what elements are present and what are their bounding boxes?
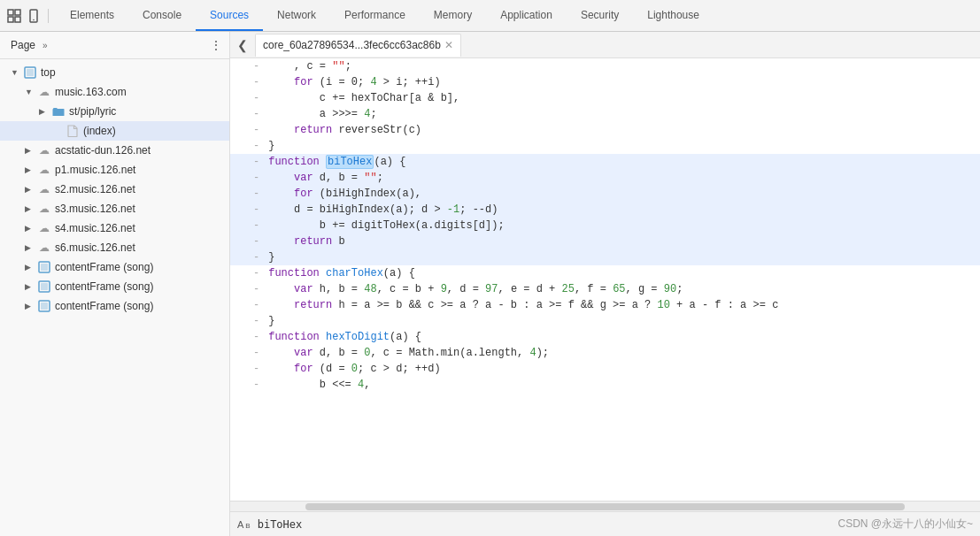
content-pane: ❮ core_60a27896534...3fec6cc63ac86b ✕ - … (230, 32, 980, 536)
svg-rect-7 (27, 69, 34, 76)
line-code: b += digitToHex(a.digits[d]); (265, 218, 980, 234)
svg-rect-9 (41, 264, 48, 271)
tab-application[interactable]: Application (486, 0, 567, 31)
mobile-icon[interactable] (27, 9, 41, 23)
tree-item-label: acstatic-dun.126.net (55, 144, 150, 157)
line-code: return h = a >= b && c >= a ? a - b : a … (265, 297, 980, 313)
line-minus: - (248, 122, 265, 138)
code-line: - return reverseStr(c) (230, 122, 980, 138)
line-minus: - (248, 313, 265, 329)
file-tab-core[interactable]: core_60a27896534...3fec6cc63ac86b ✕ (255, 34, 461, 57)
line-minus: - (248, 90, 265, 106)
line-code: d = biHighIndex(a); d > -1; --d) (265, 202, 980, 218)
expand-arrow-acstatic: ▶ (25, 146, 34, 155)
line-code: var h, b = 48, c = b + 9, d = 97, e = d … (265, 281, 980, 297)
line-code: function biToHex(a) { (265, 154, 980, 170)
line-minus: - (248, 106, 265, 122)
expand-arrow-cf1: ▶ (25, 263, 34, 272)
frame-icon-cf1 (37, 261, 51, 273)
line-minus: - (248, 377, 265, 393)
horizontal-scrollbar[interactable] (230, 501, 980, 511)
tab-sources[interactable]: Sources (196, 0, 263, 31)
line-code: for (biHighIndex(a), (265, 186, 980, 202)
tree-item-s6[interactable]: ▶ ☁ s6.music.126.net (0, 238, 229, 257)
svg-rect-13 (41, 302, 48, 310)
collapse-sidebar-button[interactable]: ❮ (234, 38, 251, 52)
tab-performance[interactable]: Performance (330, 0, 420, 31)
tree-item-top[interactable]: ▼ top (0, 63, 229, 82)
cloud-icon-s4: ☁ (37, 222, 51, 234)
tree-item-label: p1.music.126.net (55, 164, 135, 176)
sidebar-tree: ▼ top ▼ ☁ music.163.com ▶ st/pip/l (0, 59, 229, 536)
code-line: - for (d = 0; c > d; ++d) (230, 361, 980, 377)
tree-item-label: contentFrame (song) (55, 300, 153, 312)
tree-item-label: contentFrame (song) (55, 261, 153, 273)
tab-memory[interactable]: Memory (420, 0, 486, 31)
tree-item-s3[interactable]: ▶ ☁ s3.music.126.net (0, 199, 229, 218)
sidebar-tab-page[interactable]: Page (7, 37, 39, 53)
code-line: - return h = a >= b && c >= a ? a - b : … (230, 297, 980, 313)
line-code: return b (265, 234, 980, 249)
line-code: function hexToDigit(a) { (265, 329, 980, 345)
file-tab-label: core_60a27896534...3fec6cc63ac86b (263, 39, 441, 51)
line-minus: - (248, 186, 265, 202)
tree-item-acstatic[interactable]: ▶ ☁ acstatic-dun.126.net (0, 141, 229, 160)
sidebar-more-icon[interactable]: ⋮ (210, 38, 222, 52)
code-line-highlight: - } (230, 249, 980, 265)
tree-item-label: s3.music.126.net (55, 203, 135, 215)
tree-item-contentframe2[interactable]: ▶ contentFrame (song) (0, 277, 229, 296)
line-minus: - (248, 154, 265, 170)
cursor-icon[interactable] (7, 9, 21, 23)
cloud-icon-s6: ☁ (37, 241, 51, 254)
sidebar-expand-icon[interactable]: » (42, 41, 48, 50)
tab-security[interactable]: Security (567, 0, 633, 31)
tree-item-contentframe1[interactable]: ▶ contentFrame (song) (0, 257, 229, 277)
sidebar-header: Page » ⋮ (0, 32, 229, 59)
line-code: var d, b = ""; (265, 170, 980, 186)
code-editor[interactable]: - , c = ""; - for (i = 0; 4 > i; ++i) - … (230, 58, 980, 501)
tree-item-s4[interactable]: ▶ ☁ s4.music.126.net (0, 218, 229, 238)
tree-item-p1[interactable]: ▶ ☁ p1.music.126.net (0, 160, 229, 180)
svg-rect-1 (15, 10, 20, 15)
line-minus: - (248, 218, 265, 234)
bottom-search-bar: A B CSDN @永远十八的小仙女~ (230, 511, 980, 536)
bottom-search-input[interactable] (258, 518, 831, 531)
scrollbar-thumb[interactable] (305, 503, 906, 510)
line-code: , c = ""; (265, 58, 980, 74)
tree-item-s2[interactable]: ▶ ☁ s2.music.126.net (0, 180, 229, 199)
line-code: function charToHex(a) { (265, 265, 980, 281)
file-tab-close[interactable]: ✕ (444, 39, 453, 51)
tab-network[interactable]: Network (263, 0, 330, 31)
tree-item-index[interactable]: (index) (0, 121, 229, 141)
expand-arrow-s3: ▶ (25, 204, 34, 213)
line-minus: - (248, 297, 265, 313)
code-line: - b <<= 4, (230, 377, 980, 393)
tree-item-label: music.163.com (55, 86, 127, 98)
code-line-highlight: - return b (230, 234, 980, 249)
code-line: - function charToHex(a) { (230, 265, 980, 281)
line-code: c += hexToChar[a & b], (265, 90, 980, 106)
code-line-highlight: - d = biHighIndex(a); d > -1; --d) (230, 202, 980, 218)
sidebar: Page » ⋮ ▼ top ▼ ☁ music.163.com (0, 32, 230, 536)
toolbar-icon-group (7, 9, 49, 23)
expand-arrow-s2: ▶ (25, 185, 34, 194)
expand-arrow-s6: ▶ (25, 243, 34, 252)
tree-item-stpip[interactable]: ▶ st/pip/lyric (0, 102, 229, 121)
tree-item-contentframe3[interactable]: ▶ contentFrame (song) (0, 296, 229, 316)
tree-item-label: top (41, 66, 56, 79)
tree-item-music163[interactable]: ▼ ☁ music.163.com (0, 82, 229, 102)
tab-console[interactable]: Console (128, 0, 196, 31)
svg-point-5 (33, 19, 35, 20)
line-minus: - (248, 265, 265, 281)
line-minus: - (248, 234, 265, 249)
frame-icon-top (23, 66, 37, 79)
frame-icon-cf2 (37, 280, 51, 293)
tab-lighthouse[interactable]: Lighthouse (633, 0, 714, 31)
code-line: - c += hexToChar[a & b], (230, 90, 980, 106)
line-code: b <<= 4, (265, 377, 980, 393)
tab-elements[interactable]: Elements (56, 0, 128, 31)
file-icon-index (66, 125, 80, 137)
expand-arrow-cf2: ▶ (25, 282, 34, 291)
svg-rect-11 (41, 283, 48, 290)
line-code: for (d = 0; c > d; ++d) (265, 361, 980, 377)
